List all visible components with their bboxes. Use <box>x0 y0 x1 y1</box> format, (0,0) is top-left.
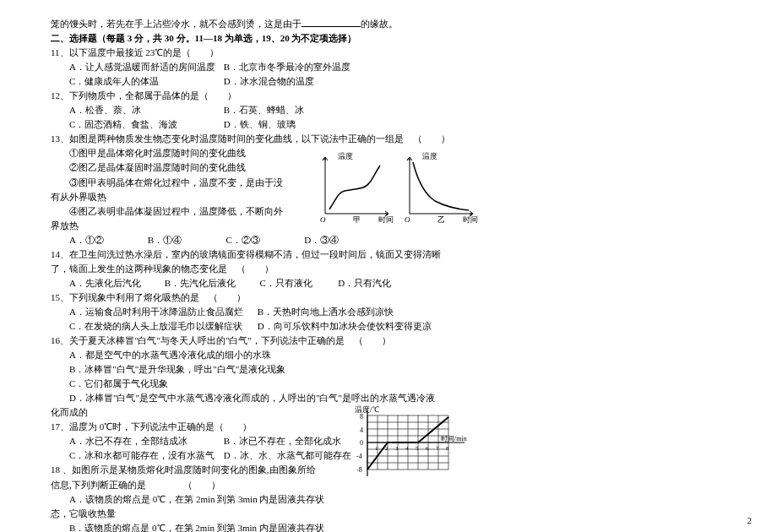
svg-text:8: 8 <box>360 413 363 421</box>
q11-row2: C．健康成年人的体温 D．冰水混合物的温度 <box>51 74 473 89</box>
q12-D: D．铁、铜、玻璃 <box>224 117 376 132</box>
svg-text:-8: -8 <box>356 466 362 474</box>
svg-text:-4: -4 <box>356 453 362 460</box>
svg-text:3: 3 <box>395 445 399 452</box>
svg-text:4: 4 <box>405 445 409 452</box>
q15-stem: 15、下列现象中利用了熔化吸热的是 （ ） <box>51 290 473 305</box>
svg-text:4: 4 <box>360 426 363 434</box>
q15-row1: A．运输食品时利用干冰降温防止食品腐烂 B．天热时向地上洒水会感到凉快 <box>51 305 473 319</box>
q15-D: D．向可乐饮料中加冰块会使饮料变得更凉 <box>258 319 432 334</box>
exam-page: 笼的馒头时，若先在手上沾些冷水，就不会感到烫，这是由于的缘故。 二、选择题（每题… <box>0 0 524 532</box>
q16-Da: D．冰棒冒"白气"是空气中水蒸气遇冷液化而成的，人呼出的"白气"是呼出的水蒸气遇… <box>51 391 473 405</box>
q11-B: B．北京市冬季最冷的室外温度 <box>224 60 376 74</box>
caption: 甲 <box>353 215 361 224</box>
q12-C: C．固态酒精、食盐、海波 <box>69 117 221 132</box>
q14-l1: 14、在卫生间洗过热水澡后，室内的玻璃镜面变得模糊不清，但过一段时间后，镜面又变… <box>51 247 473 262</box>
q12-row2: C．固态酒精、食盐、海波 D．铁、铜、玻璃 <box>51 117 473 132</box>
svg-text:O: O <box>320 215 326 224</box>
q15-row2: C．在发烧的病人头上放湿毛巾以缓解症状 D．向可乐饮料中加冰块会使饮料变得更凉 <box>51 319 473 334</box>
svg-text:1: 1 <box>375 445 378 452</box>
q12-row1: A．松香、萘、冰 B．石英、蜂蜡、冰 <box>51 103 473 117</box>
q13-figure: 温度 时间 O 甲 温度 时间 O 乙 <box>312 150 481 226</box>
q13-D: D．③④ <box>304 233 380 247</box>
q14-l2: 了，镜面上发生的这两种现象的物态变化是 （ ） <box>51 262 473 276</box>
q18-figure: 温度/℃ 8 4 0 -4 -8 <box>346 405 473 490</box>
xlabel: 时间/min <box>441 435 467 442</box>
q17-C: C．冰和水都可能存在，没有水蒸气 <box>69 448 221 463</box>
q11-C: C．健康成年人的体温 <box>69 74 221 89</box>
q17-A: A．水已不存在，全部结成冰 <box>69 434 221 448</box>
prev-question-tail: 笼的馒头时，若先在手上沾些冷水，就不会感到烫，这是由于的缘故。 <box>51 17 473 31</box>
svg-text:2: 2 <box>385 445 388 452</box>
q18-Aa: A．该物质的熔点是 0℃，在第 2min 到第 3min 内是固液共存状 <box>51 492 473 507</box>
svg-text:5: 5 <box>416 445 419 452</box>
axis-label: 温度 <box>422 152 437 160</box>
svg-text:7: 7 <box>436 445 439 452</box>
q14-C: C．只有液化 <box>260 276 336 290</box>
section-2-heading: 二、选择题（每题 3 分，共 30 分。11—18 为单选，19、20 为不定项… <box>51 31 473 46</box>
axis-label: 时间 <box>463 215 478 224</box>
q14-D: D．只有汽化 <box>338 276 414 290</box>
q11-row1: A．让人感觉温暖而舒适的房间温度 B．北京市冬季最冷的室外温度 <box>51 60 473 74</box>
blank-fill[interactable] <box>302 18 361 27</box>
q16-A: A．都是空气中的水蒸气遇冷液化成的细小的水珠 <box>51 348 473 362</box>
q14-B: B．先汽化后液化 <box>165 276 258 290</box>
q12-stem: 12、下列物质中，全都属于晶体的是（ ） <box>51 89 473 103</box>
q12-A: A．松香、萘、冰 <box>69 103 221 117</box>
axis-label: 温度 <box>338 152 353 160</box>
text: 的缘故。 <box>361 19 398 29</box>
text: 笼的馒头时，若先在手上沾些冷水，就不会感到烫，这是由于 <box>51 19 302 29</box>
q18-Ba: B．该物质的熔点是 0℃，在第 2min 到第 3min 内是固液共存状 <box>51 521 473 532</box>
svg-text:0: 0 <box>360 439 363 447</box>
page-number: 2 <box>747 515 753 525</box>
axis-label: 时间 <box>378 215 394 224</box>
caption: 乙 <box>437 215 445 224</box>
q13-stem: 13、如图是两种物质发生物态变化时温度随时间的变化曲线，以下说法中正确的一组是 … <box>51 132 473 146</box>
q13-A: A．①② <box>69 233 145 247</box>
q15-B: B．天热时向地上洒水会感到凉快 <box>258 305 394 319</box>
q11-stem: 11、以下温度中最接近 23℃的是（ ） <box>51 46 473 60</box>
q12-B: B．石英、蜂蜡、冰 <box>224 103 376 117</box>
svg-text:8: 8 <box>446 445 449 452</box>
q13-B: B．①④ <box>148 233 224 247</box>
q16-stem: 16、关于夏天冰棒冒"白气"与冬天人呼出的"白气"，下列说法中正确的是 （ ） <box>51 334 473 348</box>
q15-C: C．在发烧的病人头上放湿毛巾以缓解症状 <box>69 319 255 334</box>
q13-C: C．②③ <box>226 233 302 247</box>
svg-text:6: 6 <box>426 445 429 452</box>
q18-Ab: 态，它吸收热量 <box>51 507 473 521</box>
q14-A: A．先液化后汽化 <box>69 276 162 290</box>
q13-options: A．①② B．①④ C．②③ D．③④ <box>51 233 473 247</box>
q14-options: A．先液化后汽化 B．先汽化后液化 C．只有液化 D．只有汽化 <box>51 276 473 290</box>
q16-C: C．它们都属于气化现象 <box>51 377 473 391</box>
svg-text:O: O <box>405 215 410 224</box>
q11-D: D．冰水混合物的温度 <box>224 74 376 89</box>
q15-A: A．运输食品时利用干冰降温防止食品腐烂 <box>69 305 255 319</box>
q16-B: B．冰棒冒"白气"是升华现象，呼出"白气"是液化现象 <box>51 362 473 377</box>
q11-A: A．让人感觉温暖而舒适的房间温度 <box>69 60 221 74</box>
ylabel: 温度/℃ <box>355 405 379 414</box>
